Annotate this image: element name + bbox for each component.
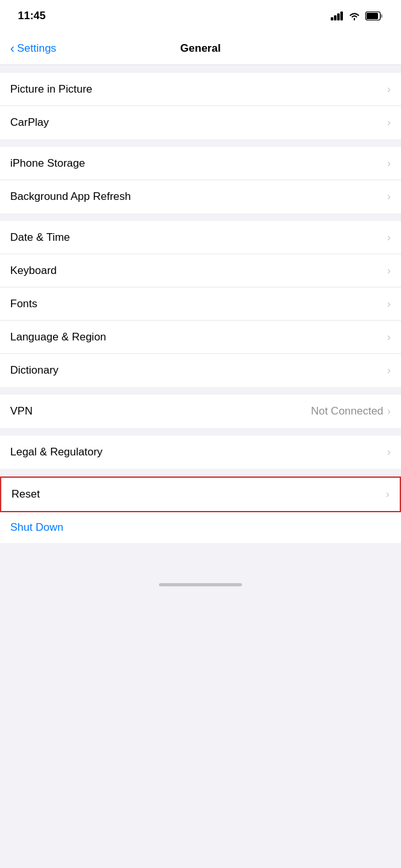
section-vpn: VPN Not Connected › (0, 395, 401, 428)
row-legal-regulatory[interactable]: Legal & Regulatory › (0, 436, 401, 469)
chevron-right-icon: › (386, 488, 390, 501)
row-right: › (386, 488, 390, 501)
section-gap-5 (0, 469, 401, 476)
row-label: Language & Region (10, 331, 106, 344)
home-indicator (159, 583, 242, 586)
battery-icon (365, 11, 383, 20)
svg-rect-1 (334, 15, 337, 20)
row-label: Fonts (10, 298, 38, 310)
wifi-icon (349, 11, 360, 20)
row-right: › (387, 264, 391, 277)
row-language-region[interactable]: Language & Region › (0, 321, 401, 354)
status-bar: 11:45 (0, 0, 401, 32)
row-iphone-storage[interactable]: iPhone Storage › (0, 147, 401, 180)
row-right: › (387, 157, 391, 170)
row-right: › (387, 298, 391, 310)
chevron-right-icon: › (387, 116, 391, 129)
row-right: › (387, 231, 391, 244)
section-gap-4 (0, 428, 401, 436)
row-vpn[interactable]: VPN Not Connected › (0, 395, 401, 428)
svg-rect-6 (381, 14, 382, 18)
row-background-app-refresh[interactable]: Background App Refresh › (0, 180, 401, 213)
page-title: General (180, 42, 220, 55)
svg-rect-2 (337, 13, 340, 20)
section-picture-carplay: Picture in Picture › CarPlay › (0, 65, 401, 139)
row-label: Legal & Regulatory (10, 446, 103, 459)
row-label: iPhone Storage (10, 157, 85, 170)
vpn-status: Not Connected (311, 405, 383, 418)
section-datetime: Date & Time › Keyboard › Fonts › Languag… (0, 221, 401, 387)
back-label: Settings (17, 42, 56, 55)
svg-rect-0 (331, 17, 333, 20)
nav-bar: ‹ Settings General (0, 32, 401, 65)
svg-rect-3 (340, 11, 343, 20)
row-right: Not Connected › (311, 405, 391, 418)
status-icons (331, 11, 383, 20)
reset-row-wrapper: Reset › (0, 476, 401, 512)
row-label: Date & Time (10, 231, 70, 244)
section-legal: Legal & Regulatory › (0, 436, 401, 469)
row-right: › (387, 116, 391, 129)
row-keyboard[interactable]: Keyboard › (0, 254, 401, 287)
status-time: 11:45 (18, 10, 45, 22)
row-right: › (387, 446, 391, 459)
section-gap-1 (0, 139, 401, 147)
chevron-right-icon: › (387, 264, 391, 277)
row-fonts[interactable]: Fonts › (0, 287, 401, 321)
row-label: Reset (11, 488, 40, 501)
back-chevron-icon: ‹ (10, 41, 15, 56)
shut-down-section: Shut Down (0, 512, 401, 543)
section-gap-3 (0, 387, 401, 395)
row-right: › (387, 331, 391, 344)
row-right: › (387, 364, 391, 377)
row-label: CarPlay (10, 116, 49, 129)
row-label: Background App Refresh (10, 190, 131, 203)
chevron-right-icon: › (387, 446, 391, 459)
row-carplay[interactable]: CarPlay › (0, 106, 401, 139)
signal-icon (331, 11, 344, 20)
row-date-time[interactable]: Date & Time › (0, 221, 401, 254)
chevron-right-icon: › (387, 364, 391, 377)
row-label: Picture in Picture (10, 83, 93, 96)
svg-rect-5 (367, 13, 378, 19)
row-label: VPN (10, 405, 33, 418)
chevron-right-icon: › (387, 231, 391, 244)
bottom-area (0, 543, 401, 594)
chevron-right-icon: › (387, 190, 391, 203)
chevron-right-icon: › (387, 157, 391, 170)
row-reset[interactable]: Reset › (1, 478, 400, 511)
row-dictionary[interactable]: Dictionary › (0, 354, 401, 387)
row-right: › (387, 190, 391, 203)
back-button[interactable]: ‹ Settings (10, 42, 56, 56)
row-right: › (387, 83, 391, 96)
chevron-right-icon: › (387, 405, 391, 418)
row-label: Dictionary (10, 364, 59, 377)
row-picture-in-picture[interactable]: Picture in Picture › (0, 73, 401, 106)
shut-down-button[interactable]: Shut Down (10, 521, 63, 533)
chevron-right-icon: › (387, 298, 391, 310)
row-label: Keyboard (10, 264, 57, 277)
section-storage: iPhone Storage › Background App Refresh … (0, 147, 401, 213)
chevron-right-icon: › (387, 331, 391, 344)
chevron-right-icon: › (387, 83, 391, 96)
section-gap-2 (0, 213, 401, 221)
